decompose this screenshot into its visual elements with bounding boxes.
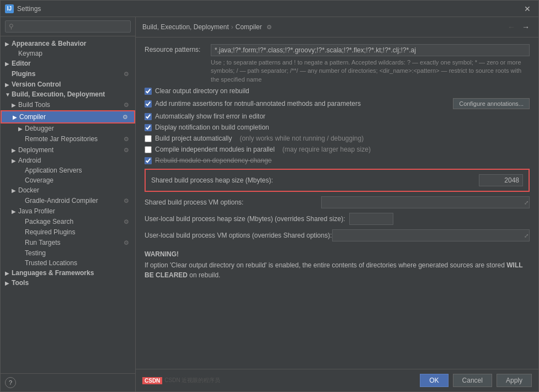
sidebar-label-coverage: Coverage <box>25 176 131 184</box>
show-first-error-row: Automatically show first error in editor <box>145 112 530 120</box>
title-bar: IJ Settings ✕ <box>1 1 538 17</box>
gear-icon: ⚙ <box>122 69 131 78</box>
gear-icon: ⚙ <box>122 135 131 143</box>
sidebar-item-editor[interactable]: ▶ Editor <box>1 58 135 68</box>
configure-annotations-button[interactable]: Configure annotations... <box>453 98 530 109</box>
sidebar-item-plugins[interactable]: Plugins ⚙ <box>1 68 135 79</box>
sidebar-label-required-plugins: Required Plugins <box>25 228 131 236</box>
expand-icon[interactable]: ⤢ <box>524 200 529 206</box>
show-first-error-label: Automatically show first error in editor <box>155 112 265 120</box>
clear-output-row: Clear output directory on rebuild <box>145 87 530 95</box>
sidebar-label-build-execution: Build, Execution, Deployment <box>12 90 131 98</box>
sidebar-item-keymap[interactable]: Keymap <box>1 49 135 58</box>
sidebar-search-area <box>1 17 135 36</box>
sidebar-item-appearance-behavior[interactable]: ▶ Appearance & Behavior <box>1 39 135 49</box>
sidebar-label-app-servers: Application Servers <box>25 167 131 174</box>
help-button[interactable]: ? <box>5 377 16 388</box>
sidebar-label-tools: Tools <box>12 279 131 287</box>
search-input[interactable] <box>5 20 131 33</box>
resource-patterns-input[interactable] <box>211 44 530 56</box>
sidebar-item-coverage[interactable]: Coverage <box>1 175 135 185</box>
sidebar-label-editor: Editor <box>12 60 131 67</box>
sidebar-item-required-plugins[interactable]: Required Plugins <box>1 227 135 237</box>
show-first-error-checkbox[interactable] <box>145 113 152 120</box>
sidebar-item-java-profiler[interactable]: ▶ Java Profiler <box>1 206 135 216</box>
navigation-arrows: ← → <box>505 22 532 33</box>
author-label: CSDN 近视眼的程序员 <box>164 377 220 384</box>
sidebar-label-testing: Testing <box>25 249 131 257</box>
expand-icon[interactable]: ⤢ <box>524 233 529 239</box>
heap-size-input[interactable] <box>479 174 523 186</box>
sidebar-item-trusted-locations[interactable]: Trusted Locations <box>1 258 135 268</box>
sidebar-item-remote-jar[interactable]: Remote Jar Repositories ⚙ <box>1 133 135 144</box>
arrow-icon: ▶ <box>12 102 18 108</box>
watermark: CSDN CSDN 近视眼的程序员 <box>142 377 220 384</box>
cancel-button[interactable]: Cancel <box>453 374 492 387</box>
sidebar-item-gradle-android[interactable]: Gradle-Android Compiler ⚙ <box>1 195 135 206</box>
arrow-icon: ▼ <box>5 92 12 98</box>
breadcrumb: Build, Execution, Deployment › Compiler … <box>142 23 272 31</box>
build-auto-label: Build project automatically <box>155 135 232 142</box>
arrow-icon: ▶ <box>12 158 18 164</box>
sidebar-item-build-tools[interactable]: ▶ Build Tools ⚙ <box>1 99 135 110</box>
sidebar-tree: ▶ Appearance & Behavior Keymap ▶ Editor … <box>1 36 135 373</box>
shared-vm-options-input[interactable] <box>321 196 530 208</box>
compile-parallel-checkbox[interactable] <box>145 146 152 153</box>
sidebar-item-build-execution[interactable]: ▼ Build, Execution, Deployment <box>1 89 135 99</box>
settings-icon: ⚙ <box>266 24 272 31</box>
add-runtime-row: Add runtime assertions for notnull-annot… <box>145 98 530 109</box>
sidebar-item-android[interactable]: ▶ Android <box>1 155 135 165</box>
user-vm-options-input[interactable] <box>332 229 530 241</box>
sidebar-item-testing[interactable]: Testing <box>1 248 135 258</box>
ok-button[interactable]: OK <box>420 374 448 387</box>
add-runtime-checkbox[interactable] <box>145 100 152 108</box>
rebuild-module-label: Rebuild module on dependency change <box>155 157 272 164</box>
compile-parallel-row: Compile independent modules in parallel … <box>145 146 530 153</box>
sidebar-item-application-servers[interactable]: Application Servers <box>1 165 135 175</box>
sidebar-label-compiler: Compiler <box>19 113 120 121</box>
footer: CSDN CSDN 近视眼的程序员 OK Cancel Apply <box>136 369 538 391</box>
gear-icon: ⚙ <box>122 100 131 109</box>
user-vm-options-row: User-local build process VM options (ove… <box>145 229 530 241</box>
shared-vm-options-label: Shared build process VM options: <box>145 198 321 206</box>
sidebar-item-compiler[interactable]: ▶ Compiler ⚙ <box>1 110 135 123</box>
sidebar-label-debugger: Debugger <box>25 125 131 132</box>
rebuild-module-checkbox[interactable] <box>145 157 152 164</box>
sidebar-label-remote-jar: Remote Jar Repositories <box>25 135 121 143</box>
arrow-icon: ▶ <box>5 41 12 47</box>
apply-button[interactable]: Apply <box>497 374 532 387</box>
main-content-area: ▶ Appearance & Behavior Keymap ▶ Editor … <box>1 17 538 391</box>
sidebar-label-java-profiler: Java Profiler <box>18 207 131 215</box>
clear-output-checkbox[interactable] <box>145 88 152 95</box>
sidebar-item-package-search[interactable]: Package Search ⚙ <box>1 216 135 227</box>
sidebar-item-deployment[interactable]: ▶ Deployment ⚙ <box>1 144 135 155</box>
sidebar-item-debugger[interactable]: ▶ Debugger <box>1 123 135 133</box>
sidebar-item-run-targets[interactable]: Run Targets ⚙ <box>1 237 135 248</box>
clear-output-label: Clear output directory on rebuild <box>155 87 249 95</box>
display-notification-checkbox[interactable] <box>145 124 152 131</box>
sidebar-label-android: Android <box>18 157 131 164</box>
sidebar-item-tools[interactable]: ▶ Tools <box>1 278 135 288</box>
sidebar-item-languages-frameworks[interactable]: ▶ Languages & Frameworks <box>1 268 135 278</box>
close-button[interactable]: ✕ <box>521 3 534 14</box>
user-heap-input[interactable] <box>349 213 393 225</box>
forward-button[interactable]: → <box>520 22 532 33</box>
resource-patterns-row: Resource patterns: Use ; to separate pat… <box>145 44 530 84</box>
add-runtime-label: Add runtime assertions for notnull-annot… <box>155 100 361 108</box>
resource-patterns-label: Resource patterns: <box>145 44 211 53</box>
sidebar-item-version-control[interactable]: ▶ Version Control <box>1 79 135 89</box>
rebuild-module-row: Rebuild module on dependency change <box>145 157 530 164</box>
sidebar-label-trusted-locations: Trusted Locations <box>25 259 131 267</box>
warning-text: If option 'Clear output directory on reb… <box>145 260 530 280</box>
sidebar-label-build-tools: Build Tools <box>18 101 121 109</box>
sidebar-label-docker: Docker <box>18 186 131 194</box>
main-panel: Build, Execution, Deployment › Compiler … <box>136 17 538 391</box>
gear-icon: ⚙ <box>122 146 131 154</box>
sidebar-label-package-search: Package Search <box>25 218 121 225</box>
warning-title: WARNING! <box>145 250 530 258</box>
sidebar-label-gradle-android: Gradle-Android Compiler <box>25 197 121 205</box>
sidebar-item-docker[interactable]: ▶ Docker <box>1 185 135 195</box>
build-auto-checkbox[interactable] <box>145 135 152 142</box>
sidebar-bottom: ? <box>1 373 135 391</box>
back-button[interactable]: ← <box>505 22 517 33</box>
